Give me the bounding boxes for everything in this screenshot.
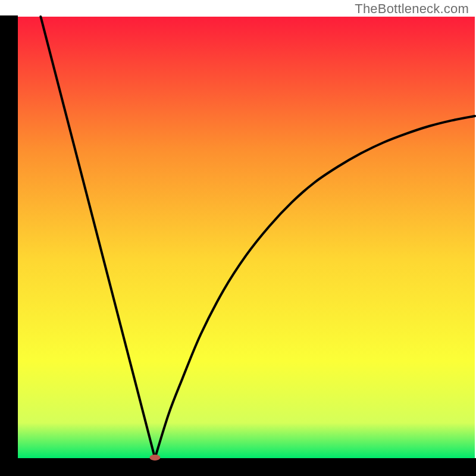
chart-container: { "watermark": "TheBottleneck.com", "col…	[0, 0, 476, 476]
minimum-marker	[149, 455, 160, 461]
watermark-text: TheBottleneck.com	[355, 1, 469, 17]
plot-background	[18, 17, 475, 458]
bottleneck-chart	[0, 0, 476, 476]
